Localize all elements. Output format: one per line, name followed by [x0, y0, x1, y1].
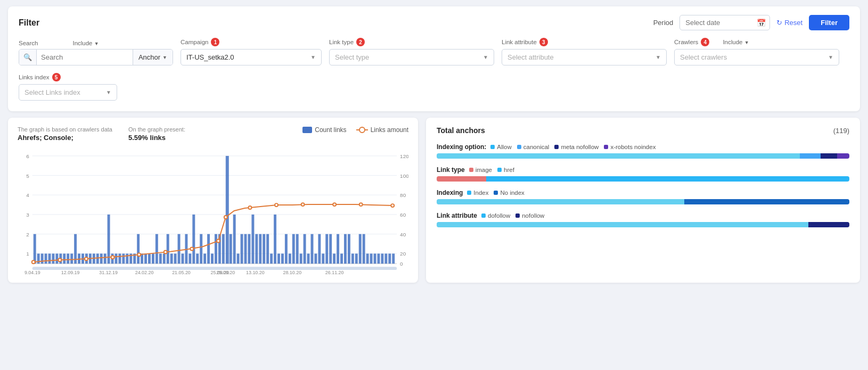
stat-row-name: Link attribute — [437, 212, 477, 219]
svg-rect-75 — [237, 253, 240, 264]
svg-rect-88 — [285, 234, 288, 264]
stat-legend-label: No index — [500, 190, 524, 196]
linktype-field: Link type 2 Select type ▼ — [329, 38, 494, 65]
svg-rect-45 — [126, 253, 128, 264]
svg-rect-73 — [230, 234, 232, 264]
svg-rect-30 — [70, 253, 73, 264]
svg-rect-111 — [370, 253, 373, 264]
stat-rows-container: Indexing option:Allowcanonicalmeta nofol… — [437, 143, 849, 227]
bottom-panel: The graph is based on crawlers data Ahre… — [8, 118, 860, 283]
linksindex-label: Links index 5 — [19, 73, 117, 81]
anchor-chevron: ▼ — [162, 55, 167, 60]
svg-rect-76 — [241, 234, 243, 264]
svg-text:4: 4 — [26, 192, 29, 198]
svg-text:20: 20 — [400, 251, 406, 257]
stat-legend-label: canonical — [523, 144, 550, 150]
svg-rect-87 — [281, 253, 284, 264]
svg-rect-65 — [200, 234, 202, 264]
stat-row-name: Link type — [437, 166, 465, 174]
stat-legend-item: Index — [467, 190, 488, 196]
svg-rect-40 — [108, 215, 110, 264]
linksindex-chevron: ▼ — [106, 89, 111, 95]
svg-rect-90 — [292, 234, 295, 264]
reset-icon: ↻ — [776, 19, 782, 27]
svg-point-120 — [85, 257, 88, 260]
svg-rect-91 — [296, 234, 299, 264]
stat-bar-segment — [821, 153, 837, 159]
svg-rect-29 — [67, 253, 69, 264]
legend-links-amount: Links amount — [356, 126, 408, 134]
svg-rect-80 — [255, 234, 258, 264]
search-icon: 🔍 — [19, 50, 37, 65]
chart-meta-left: The graph is based on crawlers data Ahre… — [18, 126, 112, 142]
linkattr-dropdown[interactable]: Select attribute ▼ — [502, 49, 667, 65]
svg-rect-81 — [259, 234, 261, 264]
stat-row: Link attributedofollownofollow — [437, 212, 849, 227]
svg-rect-84 — [270, 253, 273, 264]
svg-rect-99 — [325, 234, 328, 264]
anchor-dropdown[interactable]: Anchor ▼ — [133, 50, 173, 65]
svg-rect-89 — [289, 253, 291, 264]
include-label: Include ▼ — [72, 40, 99, 46]
reset-button[interactable]: ↻ Reset — [776, 19, 803, 27]
linktype-chevron: ▼ — [483, 54, 488, 60]
svg-rect-95 — [311, 234, 314, 264]
svg-text:5: 5 — [26, 173, 29, 179]
search-field-wrapper: 🔍 Anchor ▼ — [19, 49, 173, 65]
linksindex-dropdown[interactable]: Select Links index ▼ — [19, 84, 117, 101]
campaign-dropdown[interactable]: IT-US_setka2.0 ▼ — [181, 49, 322, 65]
svg-rect-112 — [374, 253, 376, 264]
svg-rect-71 — [222, 234, 225, 264]
crawlers-dropdown[interactable]: Select crawlers ▼ — [674, 49, 839, 65]
svg-rect-113 — [377, 253, 380, 264]
svg-rect-93 — [304, 234, 306, 264]
svg-rect-38 — [100, 253, 103, 264]
svg-text:24.02.20: 24.02.20 — [135, 270, 154, 275]
filter-row-1: Search Include ▼ 🔍 Anchor ▼ — [19, 38, 849, 65]
svg-rect-55 — [163, 253, 166, 264]
svg-rect-98 — [322, 253, 324, 264]
search-input[interactable] — [37, 50, 133, 65]
stat-dot-icon — [554, 145, 559, 149]
crawlers-include-label: Include ▼ — [723, 39, 749, 45]
svg-text:6: 6 — [26, 153, 29, 159]
svg-point-128 — [275, 203, 278, 207]
linkattr-label: Link attribute 3 — [502, 38, 667, 46]
stat-dot-icon — [604, 145, 608, 149]
svg-point-124 — [190, 247, 193, 250]
filter-button[interactable]: Filter — [809, 15, 849, 30]
filter-panel: Filter Period 📅 ↻ Reset Filter Search — [8, 6, 860, 111]
linktype-badge: 2 — [356, 38, 365, 46]
svg-text:1: 1 — [26, 251, 29, 257]
search-label: Search Include ▼ — [19, 40, 173, 46]
stat-row-name: Indexing option: — [437, 143, 486, 151]
linksindex-field: Links index 5 Select Links index ▼ — [19, 73, 117, 101]
svg-rect-37 — [96, 253, 99, 264]
svg-rect-92 — [300, 253, 302, 264]
stats-count: (119) — [833, 127, 849, 135]
svg-rect-26 — [55, 253, 58, 264]
linktype-dropdown[interactable]: Select type ▼ — [329, 49, 494, 65]
svg-rect-105 — [348, 234, 350, 264]
svg-text:28.10.20: 28.10.20 — [283, 270, 301, 275]
legend-line-icon — [356, 129, 368, 130]
stats-header: Total anchors (119) — [437, 126, 849, 135]
filter-row-2: Links index 5 Select Links index ▼ — [19, 73, 849, 101]
svg-rect-50 — [144, 253, 147, 264]
svg-rect-52 — [152, 253, 154, 264]
svg-rect-110 — [366, 253, 369, 264]
stat-bar-segment — [486, 176, 849, 182]
stat-bar-segment — [837, 153, 849, 159]
svg-rect-102 — [337, 234, 339, 264]
legend-bar-icon — [302, 127, 312, 133]
stats-section: Total anchors (119) Indexing option:Allo… — [426, 118, 860, 283]
stat-legend-item: href — [497, 167, 514, 173]
svg-rect-114 — [381, 253, 383, 264]
period-label: Period — [653, 19, 674, 27]
calendar-icon: 📅 — [757, 19, 766, 27]
stat-bar-segment — [437, 176, 486, 182]
svg-rect-60 — [181, 253, 184, 264]
svg-rect-25 — [52, 253, 54, 264]
stat-row: Indexing option:Allowcanonicalmeta nofol… — [437, 143, 849, 159]
svg-rect-94 — [307, 253, 310, 264]
